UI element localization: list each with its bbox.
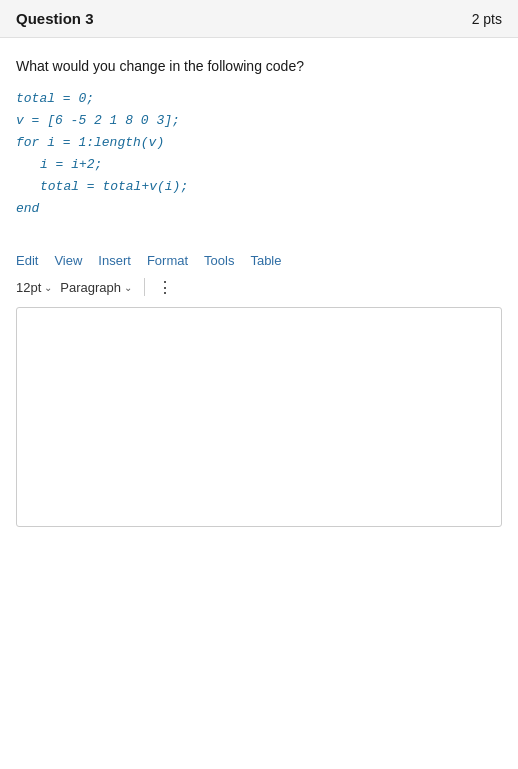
code-line-3: for i = 1:length(v) xyxy=(16,132,502,154)
paragraph-style-value: Paragraph xyxy=(60,280,121,295)
code-line-5: total = total+v(i); xyxy=(40,176,502,198)
font-size-chevron: ⌄ xyxy=(44,282,52,293)
more-options-button[interactable]: ⋮ xyxy=(157,278,172,297)
menu-tools[interactable]: Tools xyxy=(204,253,234,268)
question-points: 2 pts xyxy=(472,11,502,27)
question-title: Question 3 xyxy=(16,10,94,27)
font-size-value: 12pt xyxy=(16,280,41,295)
menu-format[interactable]: Format xyxy=(147,253,188,268)
question-text: What would you change in the following c… xyxy=(16,58,502,74)
editor-format-bar: 12pt ⌄ Paragraph ⌄ ⋮ xyxy=(0,274,518,303)
question-body: What would you change in the following c… xyxy=(0,38,518,235)
font-size-selector[interactable]: 12pt ⌄ xyxy=(16,280,52,295)
paragraph-style-chevron: ⌄ xyxy=(124,282,132,293)
menu-edit[interactable]: Edit xyxy=(16,253,38,268)
code-line-6: end xyxy=(16,198,502,220)
code-block: total = 0; v = [6 -5 2 1 8 0 3]; for i =… xyxy=(16,88,502,221)
menu-table[interactable]: Table xyxy=(250,253,281,268)
menu-view[interactable]: View xyxy=(54,253,82,268)
paragraph-style-selector[interactable]: Paragraph ⌄ xyxy=(60,280,132,295)
editor-menu-bar: Edit View Insert Format Tools Table xyxy=(0,245,518,274)
code-line-1: total = 0; xyxy=(16,88,502,110)
text-editor-area[interactable] xyxy=(16,307,502,527)
code-line-2: v = [6 -5 2 1 8 0 3]; xyxy=(16,110,502,132)
menu-insert[interactable]: Insert xyxy=(98,253,131,268)
question-header: Question 3 2 pts xyxy=(0,0,518,38)
code-line-4: i = i+2; xyxy=(40,154,502,176)
format-divider xyxy=(144,278,145,296)
